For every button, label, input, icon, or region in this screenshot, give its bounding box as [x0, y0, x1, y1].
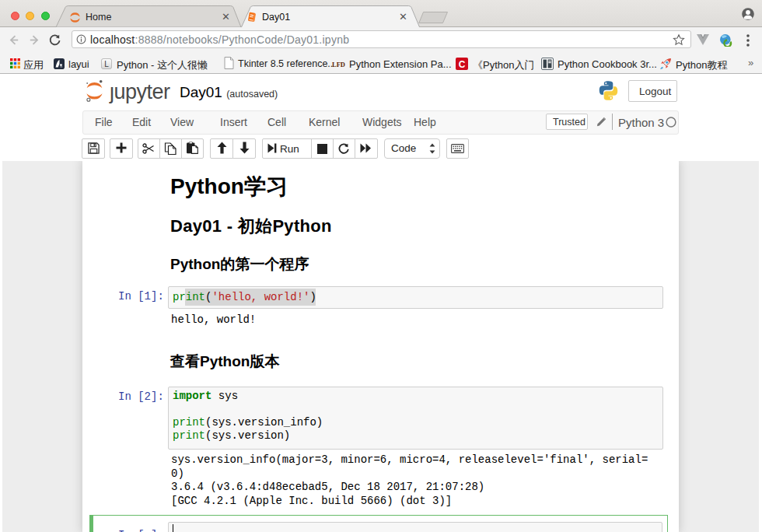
- svg-text:C: C: [459, 59, 466, 70]
- svg-text:L: L: [104, 60, 109, 68]
